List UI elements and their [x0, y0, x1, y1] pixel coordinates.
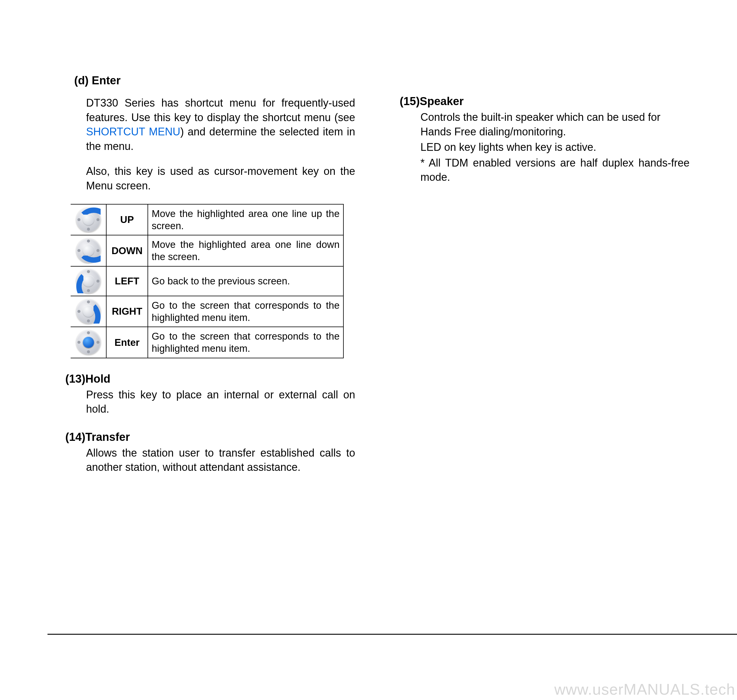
dpad-icon-cell — [71, 296, 106, 327]
footer-rule — [47, 634, 737, 635]
speaker-paragraph-1: Controls the built-in speaker which can … — [421, 110, 690, 139]
table-row: UPMove the highlighted area one line up … — [71, 204, 343, 235]
key-name: RIGHT — [106, 296, 148, 327]
table-row: EnterGo to the screen that corresponds t… — [71, 327, 343, 358]
dpad-icon-cell — [71, 327, 106, 358]
enter-heading: (d) Enter — [74, 74, 355, 87]
watermark-text: www.userMANUALS.tech — [554, 680, 735, 698]
key-description: Move the highlighted area one line up th… — [148, 204, 343, 235]
shortcut-menu-link[interactable]: SHORTCUT MENU — [86, 126, 180, 138]
key-name: UP — [106, 204, 148, 235]
dpad-icon-cell — [71, 266, 106, 296]
speaker-paragraph-3: * All TDM enabled versions are half dupl… — [421, 156, 690, 185]
key-name: Enter — [106, 327, 148, 358]
enter-paragraph-1: DT330 Series has shortcut menu for frequ… — [86, 96, 355, 153]
manual-page: (d) Enter DT330 Series has shortcut menu… — [0, 0, 737, 700]
table-row: DOWNMove the highlighted area one line d… — [71, 235, 343, 266]
left-column: (d) Enter DT330 Series has shortcut menu… — [65, 74, 355, 485]
key-name: LEFT — [106, 266, 148, 296]
enter-paragraph-2: Also, this key is used as cursor-movemen… — [86, 164, 355, 193]
table-row: LEFTGo back to the previous screen. — [71, 266, 343, 296]
dpad-enter-icon — [76, 330, 101, 354]
hold-heading: (13)Hold — [65, 372, 355, 385]
dpad-left-icon — [76, 269, 101, 293]
table-row: RIGHTGo to the screen that corresponds t… — [71, 296, 343, 327]
transfer-heading: (14)Transfer — [65, 431, 355, 444]
speaker-paragraph-2: LED on key lights when key is active. — [421, 140, 690, 155]
dpad-icon-cell — [71, 204, 106, 235]
key-description: Move the highlighted area one line down … — [148, 235, 343, 266]
cursor-table-body: UPMove the highlighted area one line up … — [71, 204, 343, 358]
hold-paragraph: Press this key to place an internal or e… — [86, 388, 355, 416]
dpad-right-icon — [76, 299, 101, 324]
speaker-heading: (15)Speaker — [400, 95, 690, 108]
right-column: (15)Speaker Controls the built-in speake… — [400, 74, 690, 485]
key-description: Go to the screen that corresponds to the… — [148, 327, 343, 358]
key-name: DOWN — [106, 235, 148, 266]
dpad-down-icon — [76, 238, 101, 263]
key-description: Go back to the previous screen. — [148, 266, 343, 296]
enter-p1a: DT330 Series has shortcut menu for frequ… — [86, 97, 355, 124]
two-column-layout: (d) Enter DT330 Series has shortcut menu… — [53, 74, 690, 485]
dpad-icon-cell — [71, 235, 106, 266]
cursor-key-table: UPMove the highlighted area one line up … — [71, 204, 344, 358]
key-description: Go to the screen that corresponds to the… — [148, 296, 343, 327]
dpad-up-icon — [76, 207, 101, 232]
transfer-paragraph: Allows the station user to transfer esta… — [86, 446, 355, 475]
